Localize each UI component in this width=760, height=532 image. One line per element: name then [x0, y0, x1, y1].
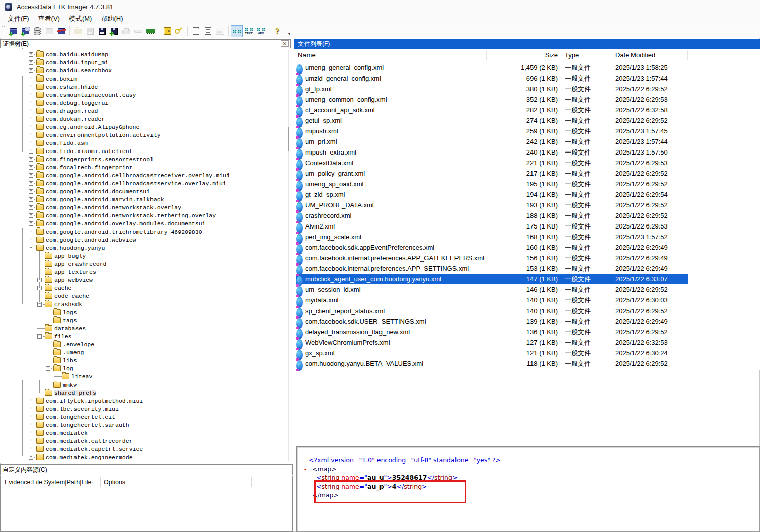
file-row[interactable]: Alvin2.xml175 (1 KB)一般文件2025/1/22 6:29:5…: [294, 221, 760, 232]
file-row[interactable]: com.facebook.sdk.USER_SETTINGS.xml139 (1…: [294, 316, 760, 327]
expand-icon[interactable]: +: [29, 407, 33, 411]
collapse-icon[interactable]: −: [37, 334, 42, 339]
column-header-size[interactable]: Size: [457, 49, 558, 62]
expand-icon[interactable]: +: [29, 455, 33, 460]
file-row[interactable]: mipush.xml259 (1 KB)一般文件2025/1/23 1:57:4…: [294, 126, 760, 136]
expand-icon[interactable]: +: [29, 181, 33, 186]
add-evidence-item-icon[interactable]: [7, 25, 19, 37]
column-separator[interactable]: [611, 50, 611, 60]
expand-icon[interactable]: +: [29, 52, 33, 57]
column-separator[interactable]: [100, 477, 101, 487]
file-row[interactable]: umeng_sp_oaid.xml195 (1 KB)一般文件2025/1/22…: [294, 179, 760, 189]
new-document-icon[interactable]: [190, 25, 202, 37]
text-document-icon[interactable]: [202, 25, 214, 37]
file-row[interactable]: mydata.xml140 (1 KB)一般文件2025/1/22 6:30:0…: [294, 295, 760, 306]
column-separator[interactable]: [561, 50, 561, 60]
tree-node[interactable]: app_bugly: [0, 252, 291, 260]
expand-icon[interactable]: +: [29, 238, 33, 242]
tree-node[interactable]: +com.focaltech.fingerprint: [0, 163, 291, 171]
file-row[interactable]: ct_account_api_sdk.xml282 (1 KB)一般文件2025…: [294, 105, 760, 115]
collapse-icon[interactable]: −: [46, 366, 50, 371]
tree-node[interactable]: mmkv: [0, 381, 291, 389]
file-row[interactable]: WebViewChromiumPrefs.xml127 (1 KB)一般文件20…: [294, 337, 760, 348]
expand-icon[interactable]: +: [29, 221, 33, 226]
toolbar-overflow-icon[interactable]: ▾: [283, 25, 295, 37]
tree-node[interactable]: app_crashrecord: [0, 260, 291, 268]
tree-node[interactable]: +com.environmentpollution.activity: [0, 131, 291, 139]
tree-node[interactable]: +com.google.android.marvin.talkback: [0, 195, 291, 203]
menu-item-help[interactable]: 帮助(H): [96, 13, 127, 24]
tree-node[interactable]: +com.google.android.networkstack.tetheri…: [0, 211, 291, 219]
tree-node[interactable]: +com.fingerprints.sensortesttool: [0, 155, 291, 163]
expand-icon[interactable]: +: [29, 230, 33, 234]
tree-node[interactable]: app_textures: [0, 268, 291, 276]
file-row[interactable]: com.huodong.yanyu.BETA_VALUES.xml118 (1 …: [294, 358, 760, 369]
image-mounting-icon[interactable]: [31, 25, 43, 37]
tree-node[interactable]: +com.mediatek.capctrl.service: [0, 445, 291, 453]
expand-icon[interactable]: +: [29, 125, 33, 129]
expand-icon[interactable]: +: [29, 149, 33, 154]
text-view-icon[interactable]: TEXT: [243, 25, 255, 37]
menu-item-view[interactable]: 查看(V): [34, 13, 64, 24]
remove-all-evidence-items-icon[interactable]: [55, 25, 67, 37]
file-row[interactable]: getui_sp.xml274 (1 KB)一般文件2025/1/22 6:29…: [294, 115, 760, 126]
expand-icon[interactable]: +: [29, 117, 33, 121]
tree-node[interactable]: +com.google.android.trichromelibrary_469…: [0, 227, 291, 236]
tree-node[interactable]: +com.mediatek: [0, 429, 291, 437]
tree-node[interactable]: .envelope: [0, 340, 291, 348]
collapse-icon[interactable]: −: [29, 246, 33, 250]
file-row[interactable]: com.facebook.internal.preferences.APP_GA…: [294, 253, 760, 263]
tree-node[interactable]: +com.google.android.overlay.modules.docu…: [0, 219, 291, 227]
tree-node[interactable]: code_cache: [0, 292, 291, 300]
expand-icon[interactable]: +: [29, 141, 33, 145]
expand-icon[interactable]: +: [29, 68, 33, 73]
expand-icon[interactable]: +: [29, 133, 33, 137]
tree-node[interactable]: +com.google.android.documentsui: [0, 187, 291, 195]
expand-icon[interactable]: +: [29, 93, 33, 97]
export-logical-image-icon[interactable]: [108, 25, 120, 37]
file-row[interactable]: umeng_common_config.xml352 (1 KB)一般文件202…: [294, 94, 760, 105]
export-disk-image-icon[interactable]: [96, 25, 108, 37]
file-row[interactable]: gx_sp.xml121 (1 KB)一般文件2025/1/22 6:30:24: [294, 348, 760, 358]
column-header-name[interactable]: Name: [298, 49, 316, 62]
expand-icon[interactable]: +: [29, 447, 33, 451]
expand-icon[interactable]: +: [29, 189, 33, 194]
column-header-type[interactable]: Type: [565, 49, 579, 62]
create-disk-image-icon[interactable]: [72, 25, 84, 37]
tree-node[interactable]: +com.fido.asm: [0, 139, 291, 147]
file-row[interactable]: um_pri.xml242 (1 KB)一般文件2025/1/23 1:57:4…: [294, 136, 760, 147]
file-row[interactable]: um_session_id.xml146 (1 KB)一般文件2025/1/22…: [294, 284, 760, 295]
file-row[interactable]: crashrecord.xml188 (1 KB)一般文件2025/1/22 6…: [294, 210, 760, 221]
tree-node[interactable]: liteav: [0, 372, 291, 381]
expand-icon[interactable]: +: [29, 197, 33, 202]
custom-content-column-evidence[interactable]: Evidence:File System|Path|File: [5, 476, 92, 488]
auto-view-icon[interactable]: [231, 25, 243, 37]
file-row[interactable]: delayed_transmission_flag_new.xml136 (1 …: [294, 327, 760, 337]
tree-node[interactable]: +com.google.android.webview: [0, 236, 291, 244]
expand-icon[interactable]: +: [29, 213, 33, 218]
file-row[interactable]: mipush_extra.xml240 (1 KB)一般文件2025/1/23 …: [294, 147, 760, 158]
tree-node[interactable]: −log: [0, 364, 291, 372]
file-row[interactable]: gt_zid_sp.xml194 (1 KB)一般文件2025/1/22 6:2…: [294, 189, 760, 200]
tree-node[interactable]: +com.longcheertel.cit: [0, 413, 291, 421]
column-separator[interactable]: [486, 50, 487, 60]
tree-node[interactable]: +com.debug.loggerui: [0, 99, 291, 107]
file-row[interactable]: sp_client_report_status.xml140 (1 KB)一般文…: [294, 306, 760, 316]
add-all-attached-devices-icon[interactable]: [19, 25, 31, 37]
tree-node[interactable]: +com.eg.android.AlipayGphone: [0, 123, 291, 131]
tree-node[interactable]: +com.duokan.reader: [0, 115, 291, 123]
column-separator[interactable]: [251, 477, 252, 487]
file-row[interactable]: um_policy_grant.xml217 (1 KB)一般文件2025/1/…: [294, 168, 760, 179]
tree-node[interactable]: .umeng: [0, 348, 291, 356]
capture-memory-icon[interactable]: [144, 25, 157, 37]
tree-node[interactable]: +com.google.android.cellbroadcastreceive…: [0, 171, 291, 179]
tree-node[interactable]: shared_prefs: [0, 389, 291, 397]
file-row[interactable]: UM_PROBE_DATA.xml193 (1 KB)一般文件2025/1/22…: [294, 200, 760, 210]
file-row[interactable]: mobclick_agent_user_com.huodong.yanyu.xm…: [294, 274, 760, 284]
expand-icon[interactable]: +: [29, 85, 33, 89]
column-separator[interactable]: [687, 50, 688, 60]
obtain-protected-files-icon[interactable]: [161, 25, 173, 37]
file-row[interactable]: com.facebook.internal.preferences.APP_SE…: [294, 263, 760, 274]
expand-icon[interactable]: +: [29, 439, 33, 443]
expand-icon[interactable]: +: [29, 60, 33, 65]
